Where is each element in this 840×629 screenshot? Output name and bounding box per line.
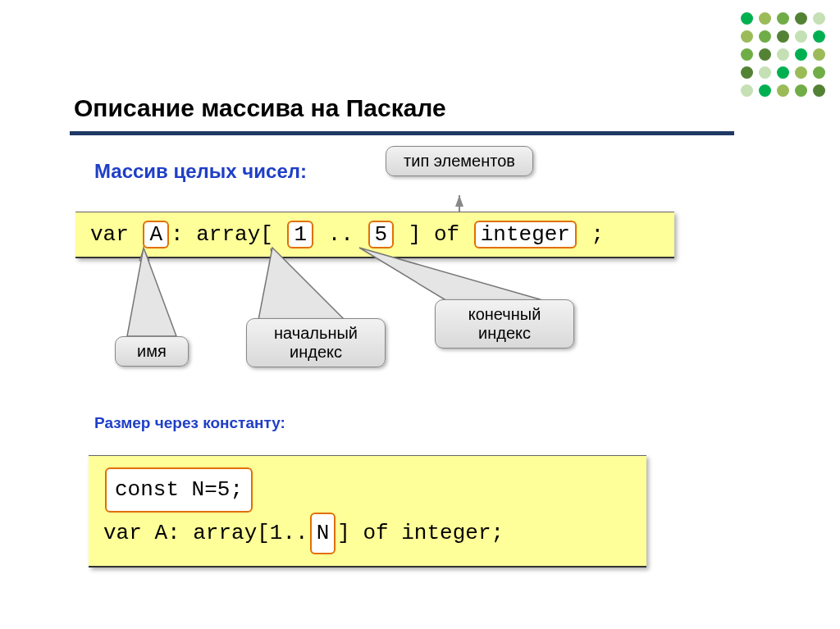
code-token-start-index: 1 — [287, 221, 313, 248]
code-text: .. — [315, 222, 366, 247]
decorative-dots — [741, 12, 828, 99]
code-text: ; — [578, 222, 604, 247]
code-text: ] of — [395, 222, 472, 247]
code-token-const-line: const N=5; — [105, 467, 253, 513]
callout-text: тип элементов — [404, 152, 515, 170]
slide-title: Описание массива на Паскале — [74, 94, 446, 122]
callout-start-index: начальный индекс — [246, 318, 386, 367]
code-text: : array[ — [171, 222, 285, 247]
callout-element-type: тип элементов — [386, 146, 533, 176]
code-const-declaration: const N=5; var A: array[1..N] of integer… — [89, 455, 646, 567]
callout-name: имя — [115, 336, 189, 367]
code-token-name: A — [143, 221, 169, 248]
subtitle-const-size: Размер через константу: — [94, 414, 285, 432]
code-token-n: N — [310, 513, 336, 554]
callout-text: имя — [137, 342, 167, 360]
title-underline — [70, 131, 734, 135]
callout-text: конечный индекс — [468, 305, 541, 342]
code-array-declaration: var A: array[ 1 .. 5 ] of integer ; — [75, 212, 674, 258]
callout-text: начальный индекс — [274, 324, 358, 361]
subtitle-integer-array: Массив целых чисел: — [94, 160, 307, 183]
code-keyword-var: var — [90, 222, 141, 247]
code-text: ] of integer; — [337, 521, 504, 545]
code-token-end-index: 5 — [368, 221, 395, 248]
code-token-type: integer — [474, 221, 577, 248]
callout-end-index: конечный индекс — [435, 299, 574, 349]
code-text: var A: array[1.. — [103, 521, 308, 545]
